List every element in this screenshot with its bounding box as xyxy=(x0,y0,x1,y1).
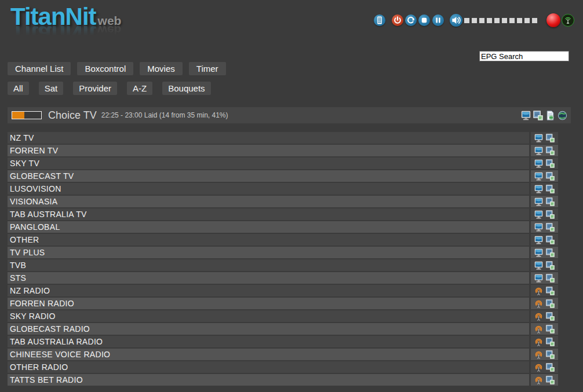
web-icon[interactable] xyxy=(558,111,567,120)
radio-icon[interactable] xyxy=(534,287,543,295)
channel-name-bar[interactable]: VISIONASIA xyxy=(8,196,529,207)
channel-row: TVB xyxy=(8,259,583,271)
radio-icon[interactable] xyxy=(534,312,543,321)
power-icon[interactable] xyxy=(392,14,403,26)
channel-name-bar[interactable]: TV PLUS xyxy=(8,247,529,258)
channel-name-bar[interactable]: NZ RADIO xyxy=(8,285,529,296)
channel-row: TAB AUSTRALIA TV xyxy=(8,208,583,220)
epg-icon[interactable] xyxy=(533,111,543,120)
volume-icon[interactable] xyxy=(450,14,462,27)
filter-provider-button[interactable]: Provider xyxy=(73,82,117,95)
radio-icon[interactable] xyxy=(534,350,543,359)
epg-icon[interactable] xyxy=(546,146,555,155)
radio-icon[interactable] xyxy=(534,376,543,384)
channel-name-bar[interactable]: PANGLOBAL xyxy=(8,221,529,233)
channel-name-bar[interactable]: OTHER RADIO xyxy=(8,361,529,373)
filter-bouquets-button[interactable]: Bouquets xyxy=(162,82,210,95)
volume-segment[interactable] xyxy=(494,18,500,23)
channel-name-bar[interactable]: GLOBECAST TV xyxy=(8,170,529,182)
epg-icon[interactable] xyxy=(546,236,555,244)
remote-icon[interactable] xyxy=(374,14,385,26)
radio-icon[interactable] xyxy=(534,325,543,334)
signal-icon[interactable] xyxy=(562,14,574,27)
channel-row-actions xyxy=(531,247,558,258)
epg-icon[interactable] xyxy=(546,197,555,206)
epg-icon[interactable] xyxy=(546,248,555,257)
volume-segment[interactable] xyxy=(502,18,507,23)
channel-name-bar[interactable]: SKY RADIO xyxy=(8,310,529,322)
radio-icon[interactable] xyxy=(534,338,543,346)
tv-icon[interactable] xyxy=(534,134,543,142)
tv-icon[interactable] xyxy=(534,274,543,283)
tv-icon[interactable] xyxy=(534,210,543,219)
radio-icon[interactable] xyxy=(534,363,543,372)
channel-name-bar[interactable]: STS xyxy=(8,272,529,284)
channel-name-bar[interactable]: FORREN RADIO xyxy=(8,298,529,309)
volume-segment[interactable] xyxy=(517,18,522,23)
epg-icon[interactable] xyxy=(546,312,555,321)
tv-icon[interactable] xyxy=(534,223,543,232)
stop-icon[interactable] xyxy=(418,14,430,26)
pause-icon[interactable] xyxy=(432,14,444,26)
channel-name: TVB xyxy=(8,259,529,271)
radio-icon[interactable] xyxy=(534,299,543,308)
channel-row-actions xyxy=(531,145,558,156)
tv-icon[interactable] xyxy=(521,111,531,120)
nav-channel-list-button[interactable]: Channel List xyxy=(8,62,71,75)
epg-icon[interactable] xyxy=(546,185,555,193)
epg-icon[interactable] xyxy=(546,261,555,270)
epg-icon[interactable] xyxy=(546,274,555,283)
epg-icon[interactable] xyxy=(546,299,555,308)
volume-segment[interactable] xyxy=(487,18,492,23)
channel-name-bar[interactable]: TVB xyxy=(8,259,529,271)
tv-icon[interactable] xyxy=(534,146,543,155)
epg-icon[interactable] xyxy=(546,325,555,334)
nav-boxcontrol-button[interactable]: Boxcontrol xyxy=(77,62,133,75)
volume-segment[interactable] xyxy=(509,18,515,23)
volume-segment[interactable] xyxy=(472,18,477,23)
nav-timer-button[interactable]: Timer xyxy=(189,62,226,75)
channel-name-bar[interactable]: TAB AUSTRALIA TV xyxy=(8,208,529,220)
channel-row-actions xyxy=(531,183,558,195)
epg-search-input[interactable] xyxy=(479,51,569,61)
channel-name: TAB AUSTRALIA TV xyxy=(8,208,529,220)
epg-icon[interactable] xyxy=(546,223,555,232)
volume-segment[interactable] xyxy=(532,18,537,23)
volume-segment[interactable] xyxy=(464,18,469,23)
tv-icon[interactable] xyxy=(534,261,543,270)
stream-icon[interactable] xyxy=(545,111,555,120)
channel-row-actions xyxy=(531,298,558,309)
filter-sat-button[interactable]: Sat xyxy=(39,82,64,95)
epg-icon[interactable] xyxy=(546,172,555,181)
volume-segment[interactable] xyxy=(524,18,530,23)
epg-icon[interactable] xyxy=(546,159,555,168)
filter-az-button[interactable]: A-Z xyxy=(127,82,152,95)
channel-name-bar[interactable]: LUSOVISION xyxy=(8,183,529,195)
reload-icon[interactable] xyxy=(405,14,417,26)
now-playing-channel: Choice TV xyxy=(48,109,97,122)
epg-icon[interactable] xyxy=(546,338,555,346)
tv-icon[interactable] xyxy=(534,185,543,193)
tv-icon[interactable] xyxy=(534,236,543,244)
epg-icon[interactable] xyxy=(546,350,555,359)
epg-icon[interactable] xyxy=(546,210,555,219)
tv-icon[interactable] xyxy=(534,159,543,168)
nav-movies-button[interactable]: Movies xyxy=(140,62,183,75)
tv-icon[interactable] xyxy=(534,248,543,257)
epg-icon[interactable] xyxy=(546,363,555,372)
channel-name-bar[interactable]: TATTS BET RADIO xyxy=(8,374,529,386)
epg-icon[interactable] xyxy=(546,134,555,142)
channel-name-bar[interactable]: CHINEESE VOICE RADIO xyxy=(8,349,529,360)
channel-name-bar[interactable]: SKY TV xyxy=(8,157,529,169)
volume-segment[interactable] xyxy=(479,18,484,23)
tv-icon[interactable] xyxy=(534,172,543,181)
channel-name-bar[interactable]: GLOBECAST RADIO xyxy=(8,323,529,335)
epg-icon[interactable] xyxy=(546,287,555,295)
channel-name-bar[interactable]: OTHER xyxy=(8,234,529,246)
channel-name-bar[interactable]: NZ TV xyxy=(8,132,529,144)
epg-icon[interactable] xyxy=(546,376,555,384)
channel-name-bar[interactable]: TAB AUSTRALIA RADIO xyxy=(8,336,529,347)
channel-name-bar[interactable]: FORREN TV xyxy=(8,145,529,156)
filter-all-button[interactable]: All xyxy=(8,82,29,95)
tv-icon[interactable] xyxy=(534,197,543,206)
